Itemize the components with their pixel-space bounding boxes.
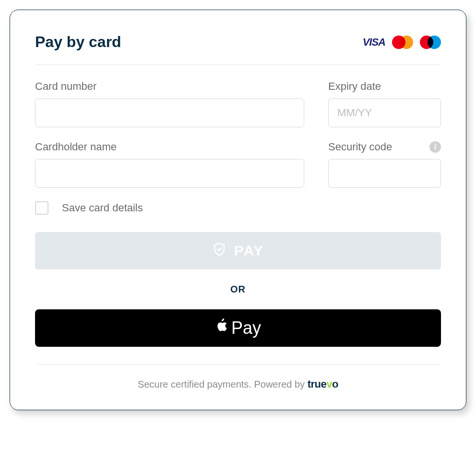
- footer-text: Secure certified payments. Powered by: [138, 379, 308, 390]
- maestro-icon: [420, 36, 441, 49]
- security-code-field-group: Security code i: [328, 141, 441, 188]
- cardholder-input[interactable]: [35, 159, 304, 188]
- expiry-label: Expiry date: [328, 80, 441, 93]
- apple-pay-label: Pay: [231, 318, 261, 338]
- footer-divider: [35, 364, 441, 365]
- save-card-label: Save card details: [62, 202, 143, 214]
- cardholder-label: Cardholder name: [35, 141, 304, 153]
- apple-icon: [215, 318, 228, 338]
- page-title: Pay by card: [35, 33, 121, 51]
- footer: Secure certified payments. Powered by tr…: [35, 378, 441, 391]
- cardholder-field-group: Cardholder name: [35, 141, 304, 188]
- save-card-row: Save card details: [35, 201, 441, 215]
- expiry-field-group: Expiry date: [328, 80, 441, 127]
- pay-button-label: PAY: [234, 243, 264, 259]
- truevo-logo: truevo: [308, 378, 338, 390]
- pay-button[interactable]: PAY: [35, 232, 441, 269]
- payment-card: Pay by card VISA Card number Expiry date…: [10, 10, 466, 410]
- form-row-1: Card number Expiry date: [35, 80, 441, 127]
- apple-pay-button[interactable]: Pay: [35, 309, 441, 347]
- expiry-input[interactable]: [328, 98, 441, 127]
- form-row-2: Cardholder name Security code i: [35, 141, 441, 188]
- card-brand-logos: VISA: [363, 36, 441, 49]
- card-number-field-group: Card number: [35, 80, 304, 127]
- visa-icon: VISA: [363, 36, 385, 49]
- header: Pay by card VISA: [35, 33, 441, 51]
- header-divider: [35, 64, 441, 65]
- card-number-input[interactable]: [35, 98, 304, 127]
- security-code-label: Security code: [328, 141, 392, 153]
- security-code-input[interactable]: [328, 159, 441, 188]
- mastercard-icon: [392, 36, 413, 49]
- shield-check-icon: [212, 242, 226, 260]
- or-separator: OR: [35, 284, 441, 295]
- save-card-checkbox[interactable]: [35, 201, 48, 215]
- info-icon[interactable]: i: [429, 141, 441, 153]
- security-code-label-row: Security code i: [328, 141, 441, 153]
- card-number-label: Card number: [35, 80, 304, 93]
